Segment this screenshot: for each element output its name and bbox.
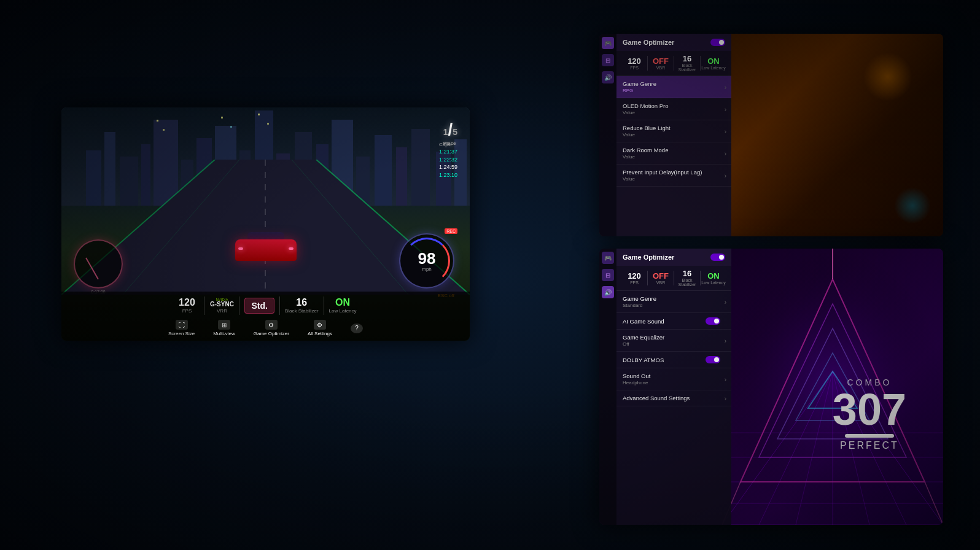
std-mode-badge: Std. <box>244 298 274 314</box>
top-latency-label: Low Latency <box>701 66 726 70</box>
all-settings-label: All Settings <box>308 331 332 336</box>
top-sidebar-icons: 🎮 ⊟ 🔊 <box>599 34 616 236</box>
bottom-right-music-panel: COMBO 307 PERFECT 🎮 ⊟ 🔊 Game Optimizer <box>599 249 943 525</box>
top-menu-dark-room[interactable]: Dark Room Mode Value › <box>616 142 731 165</box>
top-vrr-val: OFF <box>648 57 674 65</box>
top-menu-input-delay[interactable]: Prevent Input Delay(Input Lag) Value › <box>616 165 731 187</box>
dolby-content: DOLBY ATMOS <box>623 357 664 363</box>
bottom-menu-dolby[interactable]: DOLBY ATMOS <box>616 352 731 368</box>
hud-bar: 120 FPS NVIDIA G-SYNC VRR Std. 16 Black … <box>61 292 470 341</box>
placement-total: 5 <box>453 127 457 137</box>
help-action[interactable]: ? <box>351 323 363 333</box>
placement-number: 1 <box>443 127 448 137</box>
equalizer-value: Off <box>623 341 725 347</box>
gsync-stat: NVIDIA G-SYNC VRR <box>209 298 234 314</box>
top-latency-val: ON <box>701 57 726 65</box>
bottom-latency-val: ON <box>701 272 726 280</box>
top-menu-blue-light[interactable]: Reduce Blue Light Value › <box>616 120 731 142</box>
vrr-label: VRR <box>209 308 234 314</box>
advanced-sound-title: Advanced Sound Settings <box>623 395 725 401</box>
rec-badge: REC <box>445 228 457 234</box>
bottom-menu-equalizer[interactable]: Game Equalizer Off › <box>616 330 731 352</box>
lap-times: Caps. 1:21:37 1:22:32 1:24:59 1:23:10 <box>439 141 457 179</box>
bottom-black-stat: 16 Black Stabilizer <box>674 269 700 287</box>
top-optimizer-title: Game Optimizer <box>623 39 674 46</box>
svg-line-6 <box>86 258 98 279</box>
ai-sound-toggle[interactable] <box>706 317 720 325</box>
screen-size-icon: ⛶ <box>176 320 188 330</box>
bottom-toggle[interactable] <box>710 254 725 261</box>
bottom-sidebar-sound-icon[interactable]: 🔊 <box>602 286 614 298</box>
screen-size-action[interactable]: ⛶ Screen Size <box>168 320 195 336</box>
top-fps-stat: 120 FPS <box>621 57 647 70</box>
all-settings-action[interactable]: ⚙ All Settings <box>308 320 332 336</box>
top-black-label: Black Stabilizer <box>674 63 700 72</box>
top-dark-room-title: Dark Room Mode <box>623 147 725 153</box>
top-toggle-switch[interactable] <box>710 39 725 46</box>
combo-perfect-text: PERFECT <box>833 440 906 451</box>
gsync-value: G-SYNC <box>209 301 234 308</box>
bottom-sidebar-display-icon[interactable]: ⊟ <box>602 269 614 281</box>
top-optimizer-panel: 🎮 ⊟ 🔊 Game Optimizer 120 FPS <box>599 34 731 236</box>
bottom-menu-sound-out[interactable]: Sound Out Headphone › <box>616 368 731 390</box>
toggle-indicator <box>710 39 725 46</box>
speed-unit: mph <box>422 266 432 272</box>
bottom-black-label: Black Stabilizer <box>674 278 700 287</box>
sidebar-display-icon[interactable]: ⊟ <box>602 54 614 66</box>
bottom-genre-title: Game Genre <box>623 295 725 302</box>
top-fps-label: FPS <box>621 66 647 70</box>
game-optimizer-icon: ⚙ <box>265 320 278 330</box>
gauge-svg <box>80 246 117 282</box>
sound-out-title: Sound Out <box>623 373 725 379</box>
top-oled-title: OLED Motion Pro <box>623 103 725 109</box>
latency-value: ON <box>329 298 357 308</box>
black-value: 16 <box>285 298 319 308</box>
top-dark-room-value: Value <box>623 154 725 160</box>
sound-out-value: Headphone <box>623 380 725 385</box>
right-speedometer: 98 mph REC ESC off <box>399 233 454 289</box>
bottom-optimizer-content: Game Optimizer 120 FPS OFF VBR <box>616 249 731 406</box>
bottom-vrr-stat: OFF VBR <box>648 272 674 285</box>
equalizer-title: Game Equalizer <box>623 334 725 341</box>
top-genre-arrow: › <box>725 83 726 90</box>
black-stabilizer-stat: 16 Black Stabilizer <box>285 298 319 314</box>
bottom-menu-ai-sound[interactable]: AI Game Sound <box>616 313 731 330</box>
top-menu-game-genre[interactable]: Game Genre RPG › <box>616 76 731 98</box>
bottom-vrr-val: OFF <box>648 272 674 280</box>
screen-size-label: Screen Size <box>168 331 195 336</box>
rpg-background: 🎮 ⊟ 🔊 Game Optimizer 120 FPS <box>599 34 943 236</box>
dolby-toggle[interactable] <box>706 356 720 363</box>
latency-stat: ON Low Latency <box>329 298 357 314</box>
bottom-fps-label: FPS <box>621 281 647 285</box>
sound-out-arrow: › <box>725 376 726 382</box>
top-genre-title: Game Genre <box>623 80 725 87</box>
hud-actions-row: ⛶ Screen Size ⊞ Multi-view ⚙ Game Optimi… <box>61 317 470 340</box>
bottom-fps-val: 120 <box>621 272 647 280</box>
top-oled-arrow: › <box>725 106 726 112</box>
bottom-latency-label: Low Latency <box>701 281 726 285</box>
lap2: 1:22:32 <box>439 156 457 164</box>
left-racing-panel: 1/5 Place Caps. 1:21:37 1:22:32 1:24:59 … <box>61 107 470 341</box>
sidebar-sound-icon[interactable]: 🔊 <box>602 71 614 83</box>
top-input-value: Value <box>623 176 725 182</box>
lap3: 1:24:59 <box>439 163 457 171</box>
fps-stat: 120 FPS <box>174 298 199 314</box>
game-optimizer-label: Game Optimizer <box>254 331 289 336</box>
top-menu-oled[interactable]: OLED Motion Pro Value › <box>616 98 731 120</box>
top-blue-light-value: Value <box>623 132 725 138</box>
ai-sound-content: AI Game Sound <box>623 318 664 325</box>
warrior-bg <box>728 34 943 236</box>
multi-view-action[interactable]: ⊞ Multi-view <box>213 320 235 336</box>
ai-sound-title: AI Game Sound <box>623 318 664 325</box>
top-genre-value: RPG <box>623 88 725 93</box>
bottom-latency-stat: ON Low Latency <box>701 272 726 285</box>
multi-view-label: Multi-view <box>213 331 235 336</box>
bottom-menu-genre[interactable]: Game Genre Standard › <box>616 291 731 313</box>
top-optimizer-content: Game Optimizer 120 FPS OFF VBR <box>616 34 731 187</box>
sidebar-game-icon[interactable]: 🎮 <box>602 37 614 49</box>
bottom-optimizer-panel: 🎮 ⊟ 🔊 Game Optimizer 120 FPS <box>599 249 731 525</box>
bottom-sidebar-game-icon[interactable]: 🎮 <box>602 252 614 264</box>
game-optimizer-action[interactable]: ⚙ Game Optimizer <box>254 320 289 336</box>
top-vrr-label: VBR <box>648 66 674 70</box>
bottom-menu-advanced-sound[interactable]: Advanced Sound Settings › <box>616 390 731 406</box>
